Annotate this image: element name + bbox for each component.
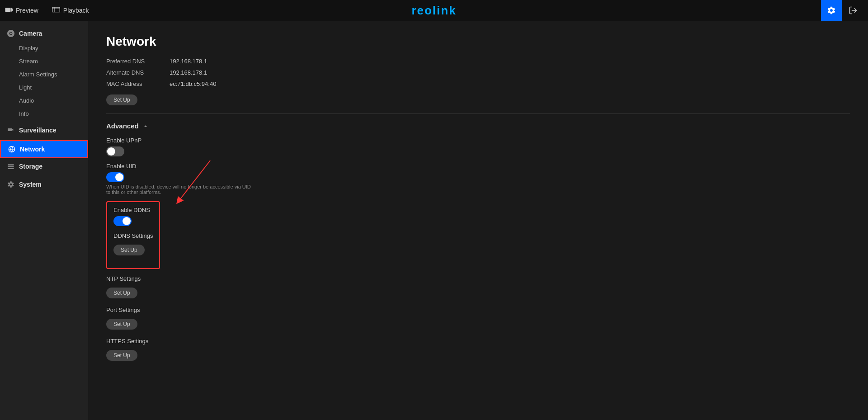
upnp-row: Enable UPnP — [106, 137, 850, 156]
port-setup-button[interactable]: Set Up — [106, 319, 137, 330]
page-title: Network — [106, 34, 850, 49]
alternate-dns-label: Alternate DNS — [106, 69, 170, 76]
preview-button[interactable]: Preview — [5, 6, 38, 14]
upnp-label: Enable UPnP — [106, 137, 850, 144]
https-settings-label: HTTPS Settings — [106, 338, 850, 344]
svg-rect-9 — [8, 164, 14, 165]
settings-button[interactable] — [821, 0, 842, 21]
storage-header[interactable]: Storage — [0, 158, 88, 175]
uid-hint: When UID is disabled, device will no lon… — [106, 184, 251, 195]
svg-rect-11 — [8, 168, 14, 169]
ddns-settings-block: DDNS Settings Set Up — [113, 232, 153, 255]
svg-rect-5 — [8, 128, 12, 131]
ddns-settings-label: DDNS Settings — [113, 232, 153, 239]
alternate-dns-value: 192.168.178.1 — [170, 69, 207, 76]
sidebar-item-display[interactable]: Display — [0, 42, 88, 55]
sidebar-item-stream[interactable]: Stream — [0, 55, 88, 68]
ntp-settings-label: NTP Settings — [106, 275, 850, 282]
advanced-label: Advanced — [106, 122, 139, 130]
mac-address-value: ec:71:db:c5:94:40 — [170, 80, 216, 87]
ddns-row: Enable DDNS — [113, 207, 153, 226]
ddns-setup-button[interactable]: Set Up — [113, 245, 145, 255]
surveillance-label: Surveillance — [19, 127, 57, 134]
system-label: System — [19, 181, 42, 188]
https-settings-block: HTTPS Settings Set Up — [106, 338, 850, 361]
system-header[interactable]: System — [0, 176, 88, 193]
svg-rect-0 — [5, 8, 11, 12]
sidebar-item-network[interactable]: Network — [0, 140, 88, 158]
ddns-toggle[interactable] — [113, 216, 132, 226]
port-settings-label: Port Settings — [106, 307, 850, 313]
svg-marker-6 — [12, 129, 14, 131]
port-settings-block: Port Settings Set Up — [106, 307, 850, 330]
topbar: Preview Playback reolink — [0, 0, 868, 21]
camera-section: Camera Display Stream Alarm Settings Lig… — [0, 25, 88, 120]
sidebar-item-info[interactable]: Info — [0, 107, 88, 120]
ddns-toggle-knob — [123, 217, 131, 225]
system-section: System — [0, 176, 88, 193]
upnp-toggle[interactable] — [106, 146, 124, 156]
svg-rect-2 — [52, 7, 60, 12]
uid-toggle[interactable] — [106, 172, 124, 182]
https-setup-button[interactable]: Set Up — [106, 350, 137, 361]
uid-label: Enable UID — [106, 163, 850, 170]
network-setup-button[interactable]: Set Up — [106, 94, 137, 105]
storage-label: Storage — [19, 163, 42, 170]
storage-section: Storage — [0, 158, 88, 175]
playback-button[interactable]: Playback — [52, 6, 89, 14]
preview-label: Preview — [16, 7, 38, 14]
svg-rect-10 — [8, 166, 14, 167]
ddns-label: Enable DDNS — [113, 207, 153, 213]
preferred-dns-label: Preferred DNS — [106, 58, 170, 65]
network-label: Network — [20, 146, 45, 153]
ddns-highlight-box: Enable DDNS DDNS Settings Set Up — [106, 201, 160, 269]
sidebar-item-light[interactable]: Light — [0, 81, 88, 94]
alternate-dns-row: Alternate DNS 192.168.178.1 — [106, 69, 850, 76]
camera-header[interactable]: Camera — [0, 25, 88, 42]
mac-address-label: MAC Address — [106, 80, 170, 87]
uid-row: Enable UID When UID is disabled, device … — [106, 163, 850, 195]
advanced-section-header[interactable]: Advanced — [106, 122, 850, 130]
content-area: Network Preferred DNS 192.168.178.1 Alte… — [88, 21, 868, 420]
exit-button[interactable] — [843, 0, 863, 21]
sidebar-item-alarm-settings[interactable]: Alarm Settings — [0, 68, 88, 81]
preferred-dns-row: Preferred DNS 192.168.178.1 — [106, 58, 850, 65]
divider — [106, 113, 850, 114]
surveillance-header[interactable]: Surveillance — [0, 122, 88, 138]
mac-address-row: MAC Address ec:71:db:c5:94:40 — [106, 80, 850, 87]
ntp-setup-button[interactable]: Set Up — [106, 288, 137, 298]
topbar-actions — [821, 0, 863, 21]
camera-label: Camera — [19, 30, 42, 37]
ntp-settings-block: NTP Settings Set Up — [106, 275, 850, 298]
upnp-toggle-knob — [107, 147, 115, 156]
preferred-dns-value: 192.168.178.1 — [170, 58, 207, 65]
svg-marker-1 — [11, 8, 13, 12]
uid-toggle-knob — [115, 173, 123, 181]
playback-label: Playback — [63, 7, 89, 14]
logo: reolink — [411, 4, 456, 18]
main-layout: Camera Display Stream Alarm Settings Lig… — [0, 21, 868, 420]
sidebar: Camera Display Stream Alarm Settings Lig… — [0, 21, 88, 420]
topbar-nav: Preview Playback — [5, 6, 89, 14]
sidebar-item-audio[interactable]: Audio — [0, 94, 88, 107]
surveillance-section: Surveillance — [0, 122, 88, 138]
